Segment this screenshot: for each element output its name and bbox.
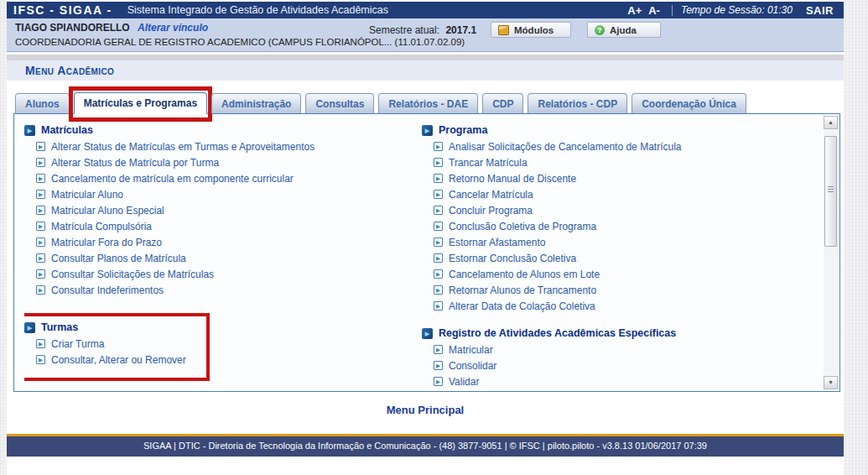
scrollbar-thumb[interactable] — [824, 136, 837, 247]
menu-item-link[interactable]: ▶ Matricular Aluno Especial — [36, 202, 422, 218]
menu-item-link[interactable]: ▶ Analisar Solicitações de Cancelamento … — [434, 138, 819, 154]
menu-item-label: Cancelar Matrícula — [449, 189, 533, 201]
modules-button-label: Módulos — [514, 25, 554, 35]
menu-principal-row: Menu Principal — [7, 404, 844, 416]
menu-item-link[interactable]: ▶ Trancar Matrícula — [434, 154, 819, 170]
footer: SIGAA | DTIC - Diretoria de Tecnologia d… — [7, 434, 844, 457]
menu-item-list: ▶ Analisar Solicitações de Cancelamento … — [422, 138, 819, 314]
menu-item-link[interactable]: ▶ Alterar Status de Matrícula por Turma — [36, 154, 422, 170]
menu-item-link[interactable]: ▶ Estornar Afastamento — [434, 234, 819, 250]
menu-tab[interactable]: Consultas — [305, 93, 374, 113]
help-button[interactable]: ? Ajuda — [587, 22, 661, 38]
menu-item-label: Alterar Data de Colação Coletiva — [449, 300, 595, 312]
menu-item-link[interactable]: ▶ Concluir Programa — [434, 202, 819, 218]
menu-item-label: Consultar, Alterar ou Remover — [51, 354, 186, 366]
item-arrow-icon: ▶ — [36, 285, 45, 295]
menu-item-label: Matricular — [449, 344, 493, 356]
scroll-up-icon[interactable]: ▲ — [824, 116, 838, 129]
menu-item-list: ▶ Matricular ▶ Consolidar ▶ Validar ▶ Ex… — [422, 342, 819, 391]
help-question-icon: ? — [595, 25, 605, 35]
font-decrease-button[interactable]: A- — [648, 4, 660, 17]
item-arrow-icon: ▶ — [434, 345, 443, 354]
menu-item-label: Cancelamento de matrícula em componente … — [51, 173, 294, 185]
menu-tab-label: CDP — [492, 98, 513, 110]
menu-item-label: Estornar Conclusão Coletiva — [449, 253, 576, 264]
change-bond-link[interactable]: Alterar vínculo — [138, 22, 208, 34]
menu-tab[interactable]: Administração — [211, 93, 301, 113]
user-name: TIAGO SPIANDORELLO — [15, 22, 130, 34]
menu-item-link[interactable]: ▶ Matricular — [434, 342, 819, 358]
menu-item-link[interactable]: ▶ Criar Turma — [36, 336, 186, 352]
font-increase-button[interactable]: A+ — [627, 4, 642, 17]
menu-item-link[interactable]: ▶ Consultar Indeferimentos — [36, 282, 422, 298]
item-arrow-icon: ▶ — [36, 206, 45, 215]
menu-principal-link[interactable]: Menu Principal — [387, 404, 464, 416]
menu-item-link[interactable]: ▶ Cancelar Matrícula — [434, 186, 819, 202]
menu-tab[interactable]: CDP — [482, 93, 523, 113]
menu-item-link[interactable]: ▶ Consultar, Alterar ou Remover — [36, 352, 186, 368]
menu-tab-label: Administração — [221, 98, 291, 110]
menu-item-link[interactable]: ▶ Retornar Alunos de Trancamento — [434, 282, 819, 298]
menu-tab[interactable]: Coordenação Única — [632, 93, 746, 113]
menu-section-title: Turmas — [41, 321, 78, 333]
menu-tab[interactable]: Relatórios - CDP — [528, 93, 627, 113]
menu-item-label: Criar Turma — [51, 338, 104, 350]
item-arrow-icon: ▶ — [434, 301, 443, 311]
menu-item-label: Retorno Manual de Discente — [449, 173, 576, 185]
item-arrow-icon: ▶ — [434, 206, 443, 215]
menu-item-label: Trancar Matrícula — [449, 157, 528, 169]
menu-panel-content: ▶ Matrículas ▶ Alterar Status de Matrícu… — [24, 119, 819, 391]
menu-item-label: Alterar Status de Matrícula por Turma — [51, 157, 219, 169]
modules-button[interactable]: Módulos — [491, 22, 571, 38]
panel-scrollbar[interactable]: ▲ ▼ — [824, 116, 838, 389]
menu-tabs: Alunos Matrículas e Programas Administra… — [15, 91, 844, 113]
menu-section: ▶ Matrículas ▶ Alterar Status de Matrícu… — [24, 119, 422, 303]
item-arrow-icon: ▶ — [434, 174, 443, 183]
brand-title: IFSC - SIGAA - — [13, 3, 112, 17]
menu-item-link[interactable]: ▶ Estornar Conclusão Coletiva — [434, 250, 819, 266]
menu-item-link[interactable]: ▶ Alterar Data de Colação Coletiva — [434, 298, 819, 314]
menu-item-link[interactable]: ▶ Matrícula Compulsória — [36, 218, 422, 234]
menu-item-link[interactable]: ▶ Cancelamento de Alunos em Lote — [434, 266, 819, 282]
menu-item-link[interactable]: ▶ Cancelamento de matrícula em component… — [36, 170, 422, 186]
menu-item-link[interactable]: ▶ Retorno Manual de Discente — [434, 170, 819, 186]
menu-tab[interactable]: Relatórios - DAE — [378, 93, 478, 113]
item-arrow-icon: ▶ — [36, 142, 45, 151]
modules-cube-icon — [498, 25, 509, 35]
footer-text: SIGAA | DTIC - Diretoria de Tecnologia d… — [143, 441, 707, 451]
menu-tab[interactable]: Matrículas e Programas — [74, 92, 207, 114]
menu-item-link[interactable]: ▶ Consultar Solicitações de Matrículas — [36, 266, 422, 282]
menu-item-link[interactable]: ▶ Validar — [434, 373, 819, 389]
menu-panel: ▶ Matrículas ▶ Alterar Status de Matrícu… — [13, 113, 840, 392]
divider-strip — [7, 55, 844, 60]
menu-item-link[interactable]: ▶ Matricular Aluno — [36, 186, 422, 202]
user-info-bar: TIAGO SPIANDORELLO Alterar vínculo COORD… — [7, 18, 844, 52]
logout-button[interactable]: SAIR — [806, 4, 834, 17]
item-arrow-icon: ▶ — [36, 253, 45, 263]
section-arrow-icon: ▶ — [24, 322, 35, 333]
menu-item-link[interactable]: ▶ Consultar Planos de Matrícula — [36, 250, 422, 266]
item-arrow-icon: ▶ — [434, 158, 443, 167]
item-arrow-icon: ▶ — [434, 361, 443, 370]
menu-section: ▶ Programa ▶ Analisar Solicitações de Ca… — [422, 119, 819, 319]
menu-section-header: ▶ Programa — [422, 124, 819, 136]
menu-item-link[interactable]: ▶ Excluir — [434, 389, 819, 391]
item-arrow-icon: ▶ — [434, 377, 443, 386]
system-name: Sistema Integrado de Gestão de Atividade… — [127, 4, 388, 16]
menu-tab[interactable]: Alunos — [15, 93, 70, 113]
scroll-down-icon[interactable]: ▼ — [824, 376, 838, 389]
menu-item-label: Alterar Status de Matrículas em Turmas e… — [51, 141, 314, 153]
menu-tab-label: Coordenação Única — [642, 98, 736, 110]
item-arrow-icon: ▶ — [36, 238, 45, 247]
item-arrow-icon: ▶ — [434, 222, 443, 231]
item-arrow-icon: ▶ — [434, 190, 443, 199]
menu-tab-label: Matrículas e Programas — [84, 97, 197, 109]
menu-item-link[interactable]: ▶ Conclusão Coletiva de Programa — [434, 218, 819, 234]
menu-section: ▶ Registro de Atividades Acadêmicas Espe… — [422, 322, 819, 391]
menu-item-label: Matricular Aluno Especial — [51, 205, 164, 217]
menu-item-link[interactable]: ▶ Matricular Fora do Prazo — [36, 234, 422, 250]
menu-item-link[interactable]: ▶ Alterar Status de Matrículas em Turmas… — [36, 138, 422, 154]
menu-column-right: ▶ Programa ▶ Analisar Solicitações de Ca… — [422, 119, 819, 391]
item-arrow-icon: ▶ — [36, 339, 45, 348]
menu-item-link[interactable]: ▶ Consolidar — [434, 358, 819, 373]
